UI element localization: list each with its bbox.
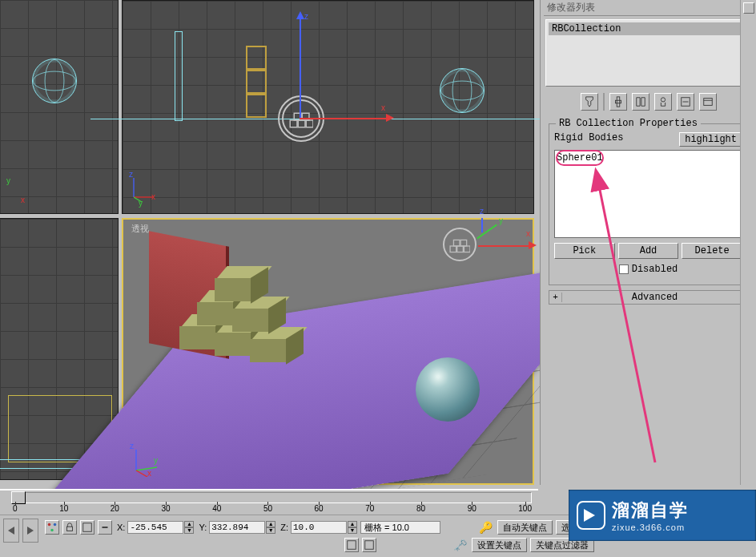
- svg-rect-28: [83, 523, 92, 532]
- svg-line-7: [134, 197, 142, 202]
- coord-x: X: ▲▼: [115, 521, 194, 534]
- show-end-result-icon[interactable]: [632, 93, 649, 111]
- key-icon: 🗝️: [453, 539, 467, 551]
- cube: [256, 327, 301, 362]
- timeline[interactable]: 0102030405060708090100: [0, 489, 538, 515]
- make-unique-icon[interactable]: [654, 93, 672, 111]
- y-label: Y:: [197, 523, 208, 532]
- viewport-top[interactable]: x y: [0, 0, 119, 214]
- rigid-bodies-label: Rigid Bodies: [554, 132, 676, 147]
- axis-z-label: z: [480, 207, 484, 216]
- axis-z-label: z: [304, 12, 308, 21]
- modifier-stack-item[interactable]: RBCollection: [549, 22, 748, 35]
- modifier-list-label[interactable]: 修改器列表: [544, 0, 753, 16]
- x-input[interactable]: [127, 521, 183, 534]
- sphere-wireframe-selected: [440, 68, 485, 113]
- coord-z: Z: ▲▼: [279, 521, 357, 534]
- tick: 70: [365, 504, 374, 515]
- x-label: X:: [115, 523, 127, 532]
- svg-point-26: [50, 529, 54, 532]
- svg-rect-30: [365, 541, 374, 550]
- delete-button[interactable]: Delete: [682, 243, 742, 259]
- svg-rect-16: [617, 97, 620, 107]
- cube: [221, 266, 266, 301]
- z-label: Z:: [279, 523, 290, 532]
- selection-lock-icon[interactable]: [80, 520, 94, 535]
- advanced-label: Advanced: [562, 291, 747, 304]
- modifier-button-row: [544, 91, 753, 115]
- tick: 100: [518, 504, 532, 515]
- pin-icon[interactable]: [581, 93, 598, 111]
- time-ticks: 0102030405060708090100: [13, 504, 532, 515]
- axis-y-label: y: [139, 199, 143, 208]
- play-logo-icon: [577, 501, 605, 530]
- tick: 40: [212, 504, 221, 515]
- viewport-front[interactable]: z x z x y: [122, 0, 534, 214]
- watermark-url: zixue.3d66.com: [612, 523, 689, 532]
- tick: 0: [13, 504, 18, 515]
- chain-icon[interactable]: [98, 520, 112, 535]
- tick: 60: [315, 504, 324, 515]
- y-spinner[interactable]: ▲▼: [266, 521, 275, 534]
- rb-group-title: RB Collection Properties: [556, 118, 701, 129]
- axis-z-label: z: [129, 170, 133, 179]
- grid: [0, 0, 118, 213]
- pick-button[interactable]: Pick: [554, 243, 615, 259]
- lock-icon[interactable]: [62, 520, 77, 535]
- mini-icon[interactable]: [743, 2, 754, 14]
- z-input[interactable]: [291, 521, 347, 534]
- remove-modifier-icon[interactable]: [677, 93, 694, 111]
- next-key-button[interactable]: [22, 519, 38, 543]
- auto-key-button[interactable]: 自动关键点: [497, 520, 553, 535]
- tick: 20: [111, 504, 119, 515]
- axis-tripod: z x y: [129, 175, 161, 207]
- svg-rect-27: [67, 527, 73, 531]
- prompt-icon[interactable]: [344, 538, 359, 552]
- time-slider-handle[interactable]: [11, 491, 26, 504]
- set-key-button[interactable]: 设置关键点: [472, 538, 527, 552]
- wall-wireframe: [175, 31, 183, 121]
- add-button[interactable]: Add: [618, 243, 679, 259]
- stack-box: [246, 46, 267, 70]
- prompt-icon-2[interactable]: [362, 538, 376, 552]
- svg-rect-21: [703, 99, 712, 106]
- axis-tripod: x y: [5, 176, 37, 208]
- rb-collection-properties-group: RB Collection Properties Rigid Bodies hi…: [549, 123, 748, 285]
- key-icon: 🔑: [479, 521, 493, 534]
- svg-point-18: [661, 98, 665, 102]
- tick: 30: [162, 504, 171, 515]
- axis-x-label: x: [526, 229, 530, 238]
- disabled-checkbox[interactable]: [619, 264, 629, 274]
- expand-icon[interactable]: +: [549, 293, 562, 302]
- disabled-label: Disabled: [632, 264, 678, 275]
- axis-y-label: y: [499, 216, 503, 225]
- persp-scene: x y z: [123, 220, 533, 483]
- tick: 10: [59, 504, 68, 515]
- svg-point-24: [48, 523, 51, 527]
- annotation-highlight: [556, 150, 604, 166]
- persp-gizmo[interactable]: x y z: [443, 224, 523, 268]
- time-slider-track[interactable]: [13, 492, 532, 503]
- svg-rect-29: [348, 541, 356, 550]
- advanced-rollout[interactable]: + Advanced: [549, 290, 748, 305]
- tick: 90: [468, 504, 477, 515]
- sphere-wireframe: [32, 59, 77, 103]
- svg-rect-17: [615, 100, 621, 103]
- x-spinner[interactable]: ▲▼: [184, 521, 194, 534]
- z-spinner[interactable]: ▲▼: [348, 521, 357, 534]
- svg-point-25: [54, 523, 57, 527]
- status-icon[interactable]: [45, 520, 59, 535]
- highlight-button[interactable]: highlight: [679, 132, 742, 147]
- app-root: x y z x: [0, 0, 756, 557]
- viewport-perspective[interactable]: 透视 x: [122, 218, 534, 485]
- configure-icon[interactable]: [699, 93, 717, 111]
- panel-scrollbar[interactable]: [740, 0, 756, 485]
- transform-gizmo[interactable]: z x: [300, 15, 412, 123]
- tick: 80: [416, 504, 425, 515]
- stack-box: [246, 70, 267, 94]
- modifier-stack[interactable]: RBCollection: [545, 19, 751, 87]
- prev-key-button[interactable]: [3, 519, 19, 543]
- pipe-icon[interactable]: [609, 93, 627, 111]
- grid-label: 栅格 = 10.0: [364, 522, 409, 534]
- y-input[interactable]: [209, 521, 265, 534]
